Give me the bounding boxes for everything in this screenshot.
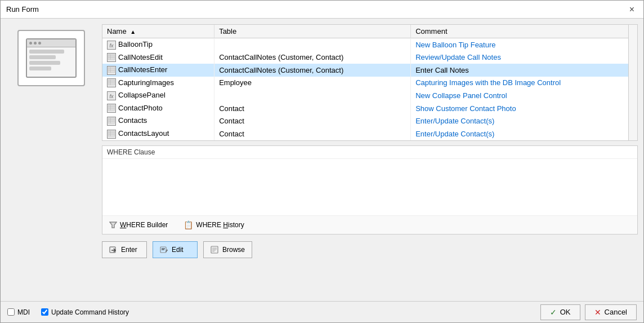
where-builder-button[interactable]: WHERE Builder — [107, 219, 170, 231]
table-row[interactable]: fxCollapsePanelNew Collapse Panel Contro… — [102, 89, 637, 102]
svg-rect-4 — [108, 67, 115, 73]
footer-left: MDI Update Command History — [7, 308, 129, 316]
svg-rect-20 — [108, 131, 115, 136]
form-titlebar-icon — [27, 39, 75, 47]
svg-marker-24 — [110, 222, 117, 228]
table-header-row: Name ▲ Table Comment — [102, 25, 637, 38]
table-cell-table — [214, 89, 411, 102]
where-clause-body[interactable] — [102, 159, 637, 215]
table-row[interactable]: CapturingImagesEmployeeCapturing Images … — [102, 77, 637, 90]
forms-table-container: Name ▲ Table Comment fxBalloonTipNew Bal… — [102, 24, 638, 141]
table-row[interactable]: CallNotesEditContactCallNotes (Customer,… — [102, 51, 637, 64]
table-row[interactable]: CallNotesEnterContactCallNotes (Customer… — [102, 64, 637, 77]
right-panel: Name ▲ Table Comment fxBalloonTipNew Bal… — [102, 24, 638, 295]
table-cell-table: ContactCallNotes (Customer, Contact) — [214, 64, 411, 77]
footer-bar: MDI Update Command History ✓ OK ✕ Cancel — [1, 301, 643, 322]
mdi-checkbox-label[interactable]: MDI — [7, 308, 30, 316]
run-form-window: Run Form × — [0, 0, 644, 323]
table-cell-comment: Show Customer Contact Photo — [411, 102, 637, 115]
update-history-checkbox-label[interactable]: Update Command History — [41, 308, 129, 316]
table-cell-name: fxBalloonTip — [102, 38, 214, 51]
table-cell-comment: Capturing Images with the DB Image Contr… — [411, 77, 637, 90]
form-line-2 — [29, 55, 56, 59]
svg-rect-31 — [211, 246, 218, 253]
footer-right: ✓ OK ✕ Cancel — [540, 304, 637, 320]
dot2-icon — [34, 42, 37, 45]
table-row[interactable]: ContactsLayoutContactEnter/Update Contac… — [102, 127, 637, 140]
table-cell-table: ContactCallNotes (Customer, Contact) — [214, 51, 411, 64]
dot3-icon — [38, 42, 41, 45]
ok-label: OK — [560, 308, 571, 316]
table-cell-comment: Enter/Update Contact(s) — [411, 127, 637, 140]
table-cell-table: Contact — [214, 114, 411, 127]
table-cell-name: Contacts — [102, 114, 214, 127]
where-builder-label: WHERE Builder — [120, 221, 168, 229]
form-inner-icon — [26, 38, 77, 78]
forms-table: Name ▲ Table Comment fxBalloonTipNew Bal… — [102, 25, 637, 140]
cancel-label: Cancel — [605, 308, 627, 316]
table-cell-name: CallNotesEdit — [102, 51, 214, 64]
row-type-icon — [107, 78, 116, 87]
col-comment: Comment — [411, 25, 637, 38]
row-type-icon — [107, 117, 116, 126]
row-type-icon — [107, 66, 116, 75]
table-row[interactable]: ContactsContactEnter/Update Contact(s) — [102, 114, 637, 127]
filter-icon — [109, 221, 117, 229]
where-buttons-bar: WHERE Builder 📋 WHERE History — [102, 215, 637, 234]
table-cell-name: ContactsLayout — [102, 127, 214, 140]
form-preview-icon — [17, 30, 85, 86]
left-panel — [6, 24, 96, 295]
form-line-1 — [29, 50, 64, 54]
table-cell-comment: Enter/Update Contact(s) — [411, 114, 637, 127]
row-type-icon — [107, 53, 116, 62]
svg-rect-16 — [108, 118, 115, 123]
close-button[interactable]: × — [626, 4, 638, 15]
table-cell-table: Contact — [214, 102, 411, 115]
row-type-icon — [107, 104, 116, 113]
table-cell-name: fxCollapsePanel — [102, 89, 214, 102]
row-type-icon — [107, 130, 116, 139]
mdi-checkbox[interactable] — [7, 308, 15, 316]
browse-label: Browse — [222, 246, 245, 254]
ok-button[interactable]: ✓ OK — [540, 304, 580, 320]
title-bar: Run Form × — [1, 1, 643, 19]
browse-button[interactable]: Browse — [203, 241, 252, 258]
update-history-label: Update Command History — [51, 308, 129, 316]
main-content: Name ▲ Table Comment fxBalloonTipNew Bal… — [1, 19, 643, 301]
table-cell-comment: New Collapse Panel Control — [411, 89, 637, 102]
table-cell-table — [214, 38, 411, 51]
row-type-icon: fx — [107, 41, 116, 50]
edit-button[interactable]: Edit — [153, 241, 198, 258]
table-row[interactable]: fxBalloonTipNew Balloon Tip Feature — [102, 38, 637, 51]
table-cell-comment: Enter Call Notes — [411, 64, 637, 77]
where-history-label: WHERE History — [196, 221, 244, 229]
table-cell-comment: New Balloon Tip Feature — [411, 38, 637, 51]
enter-button[interactable]: Enter — [102, 241, 147, 258]
window-title: Run Form — [6, 5, 39, 14]
edit-label: Edit — [172, 246, 184, 254]
col-table: Table — [214, 25, 411, 38]
browse-icon — [211, 245, 220, 254]
where-clause-section: WHERE Clause WHERE Builder 📋 — [102, 145, 638, 234]
form-line-4 — [29, 67, 51, 70]
vertical-scrollbar[interactable] — [628, 25, 637, 140]
update-history-checkbox[interactable] — [41, 308, 48, 316]
cancel-button[interactable]: ✕ Cancel — [585, 304, 637, 320]
enter-icon — [109, 245, 118, 254]
cancel-icon: ✕ — [594, 308, 601, 317]
form-line-3 — [29, 61, 60, 65]
ok-icon: ✓ — [550, 308, 557, 317]
sort-arrow-icon: ▲ — [130, 29, 136, 35]
mdi-label: MDI — [17, 308, 30, 316]
where-history-button[interactable]: 📋 WHERE History — [181, 219, 246, 231]
table-cell-table: Employee — [214, 77, 411, 90]
svg-rect-8 — [108, 79, 115, 85]
form-body-icon — [27, 47, 75, 73]
svg-rect-12 — [108, 105, 115, 110]
col-name: Name ▲ — [102, 25, 214, 38]
table-cell-name: CallNotesEnter — [102, 64, 214, 77]
edit-icon — [160, 245, 169, 254]
table-row[interactable]: ContactPhotoContactShow Customer Contact… — [102, 102, 637, 115]
forms-table-body: fxBalloonTipNew Balloon Tip FeatureCallN… — [102, 38, 637, 140]
table-cell-name: ContactPhoto — [102, 102, 214, 115]
